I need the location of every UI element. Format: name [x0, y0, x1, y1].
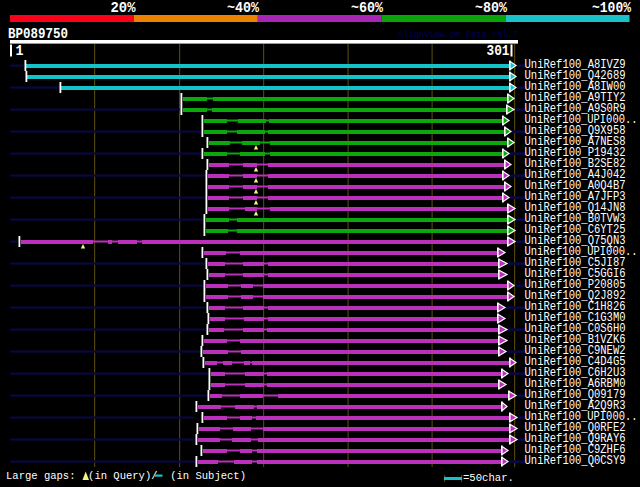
svg-text:1: 1 — [16, 43, 24, 59]
svg-text:AlignView.pm Beta rel.7: AlignView.pm Beta rel.7 — [398, 30, 518, 40]
svg-text:UniRef100_Q0CSY9: UniRef100_Q0CSY9 — [525, 454, 626, 468]
svg-text:~40%: ~40% — [227, 0, 260, 16]
svg-text:~100%: ~100% — [592, 0, 632, 16]
svg-text:~80%: ~80% — [475, 0, 508, 16]
svg-text:301: 301 — [487, 43, 510, 59]
svg-text:20%: 20% — [111, 0, 137, 16]
svg-text:~60%: ~60% — [351, 0, 384, 16]
svg-text:BP089750: BP089750 — [8, 26, 68, 42]
svg-text:=50char.: =50char. — [463, 472, 514, 484]
svg-text:Large gaps: ▲(in Query)/– (in: Large gaps: ▲(in Query)/– (in Subject) — [6, 470, 246, 482]
